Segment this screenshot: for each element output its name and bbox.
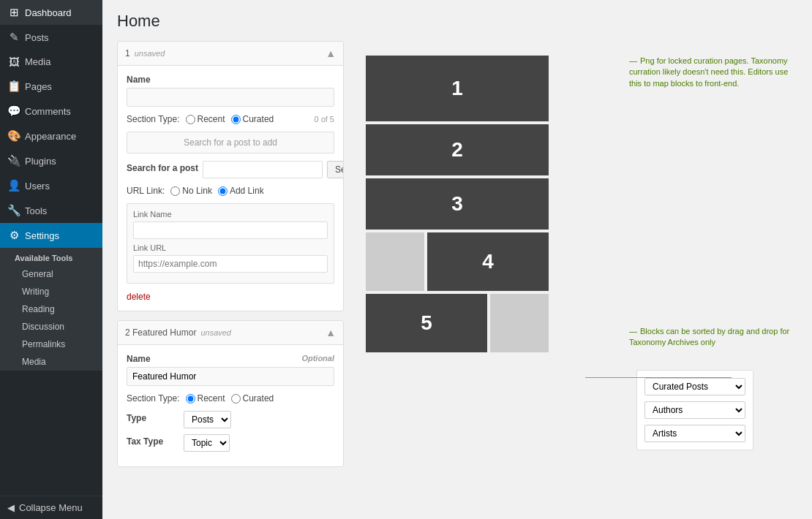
settings-submenu: Available Tools General Writing Reading … xyxy=(0,248,102,371)
sidebar-item-settings[interactable]: ⚙ Settings xyxy=(0,223,102,248)
block-1-name-input[interactable] xyxy=(127,88,334,107)
sidebar-subitem-general[interactable]: General xyxy=(7,265,102,283)
sidebar-subitem-reading[interactable]: Reading xyxy=(7,300,102,318)
authors-select[interactable]: Authors xyxy=(644,401,745,419)
block-1-panel: 1 unsaved ▲ Name Section Type: Recen xyxy=(117,41,344,311)
users-icon: 👤 xyxy=(7,179,20,192)
sidebar-item-pages[interactable]: 📋 Pages xyxy=(0,74,102,99)
media-icon: 🖼 xyxy=(7,56,20,68)
grid-preview: 1 2 3 4 xyxy=(366,56,549,352)
block-2-curated-label[interactable]: Curated xyxy=(231,393,274,404)
block-1-link-name-input[interactable] xyxy=(133,221,328,239)
comments-icon: 💬 xyxy=(7,105,20,118)
sidebar-item-media[interactable]: 🖼 Media xyxy=(0,50,102,74)
block-1-url-link-row: URL Link: No Link Add Link xyxy=(127,186,334,196)
block-2-section-type-label: Section Type: xyxy=(127,393,180,404)
block-1-no-link-label[interactable]: No Link xyxy=(170,186,212,196)
block-1-add-link-radio[interactable] xyxy=(218,186,228,196)
page-title: Home xyxy=(117,12,797,31)
left-panel: 1 unsaved ▲ Name Section Type: Recen xyxy=(117,41,344,467)
sidebar-subitem-media[interactable]: Media xyxy=(7,353,102,371)
block-1-unsaved: unsaved xyxy=(135,49,165,58)
block-2-tax-type-row: Tax Type Topic xyxy=(127,434,334,452)
right-panel: Png for locked curation pages. Taxonomy … xyxy=(358,41,797,480)
block-1-search-label: Search for a post xyxy=(127,163,198,173)
block-2-curated-radio[interactable] xyxy=(231,394,241,404)
block-1-link-url-input[interactable] xyxy=(133,255,328,273)
block-1-search-post-row: Search for a post to add xyxy=(127,132,334,154)
block-1-number: 1 xyxy=(125,48,130,58)
sidebar-item-comments[interactable]: 💬 Comments xyxy=(0,99,102,124)
block-2-type-label: Type xyxy=(127,413,178,423)
block-1-curated-radio[interactable] xyxy=(231,115,241,124)
block-1-body: Name Section Type: Recent Curated xyxy=(118,66,343,311)
block-1-name-row: Name xyxy=(127,75,334,107)
block-1-search-input[interactable] xyxy=(203,161,323,178)
connector-line xyxy=(585,377,732,378)
sidebar-item-plugins[interactable]: 🔌 Plugins xyxy=(0,148,102,173)
collapse-menu-button[interactable]: ◀ Collapse Menu xyxy=(0,496,102,519)
content-area: 1 unsaved ▲ Name Section Type: Recen xyxy=(117,41,797,480)
block-1-url-link-label: URL Link: xyxy=(127,186,165,196)
block-1-name-label: Name xyxy=(127,75,334,85)
block-1-recent-radio[interactable] xyxy=(186,115,195,124)
block-1-link-section: Link Name Link URL xyxy=(127,203,334,284)
artists-select[interactable]: Artists xyxy=(644,425,745,442)
callout-1: Png for locked curation pages. Taxonomy … xyxy=(629,56,790,89)
block-1-link-url-label: Link URL xyxy=(133,243,328,252)
sidebar: ⊞ Dashboard ✎ Posts 🖼 Media 📋 Pages 💬 Co… xyxy=(0,0,102,519)
settings-icon: ⚙ xyxy=(7,229,20,242)
block-2-header-left: 2 Featured Humor unsaved xyxy=(125,327,231,338)
block-2-unsaved: unsaved xyxy=(200,328,231,337)
grid-cell-2: 2 xyxy=(366,124,549,175)
appearance-icon: 🎨 xyxy=(7,129,20,143)
block-2-tax-type-label: Tax Type xyxy=(127,436,178,447)
callout-2: Blocks can be sorted by drag and drop fo… xyxy=(629,326,790,349)
block-1-no-link-radio[interactable] xyxy=(170,186,180,196)
block-2-header: 2 Featured Humor unsaved ▲ xyxy=(118,321,343,345)
sidebar-item-posts[interactable]: ✎ Posts xyxy=(0,25,102,50)
block-1-search-post-placeholder[interactable]: Search for a post to add xyxy=(127,132,334,154)
block-1-curated-label[interactable]: Curated xyxy=(231,114,274,124)
available-tools-label: Available Tools xyxy=(7,248,102,265)
block-1-header: 1 unsaved ▲ xyxy=(118,42,343,66)
block-2-optional-label: Optional xyxy=(301,354,334,363)
block-2-collapse-arrow[interactable]: ▲ xyxy=(326,327,336,338)
block-2-recent-label[interactable]: Recent xyxy=(186,393,225,404)
block-2-name-row: Name Optional xyxy=(127,354,334,386)
sidebar-subitem-discussion[interactable]: Discussion xyxy=(7,318,102,336)
block-2-body: Name Optional Section Type: Recent xyxy=(118,345,343,466)
grid-preview-container: 1 2 3 4 xyxy=(366,56,797,352)
block-2-name-input[interactable] xyxy=(127,367,334,386)
sidebar-item-tools[interactable]: 🔧 Tools xyxy=(0,198,102,223)
collapse-icon: ◀ xyxy=(7,502,15,513)
block-1-section-type-label: Section Type: xyxy=(127,114,180,124)
curated-box: Curated Posts Authors Artists xyxy=(636,370,753,450)
tools-icon: 🔧 xyxy=(7,204,20,217)
sidebar-item-dashboard[interactable]: ⊞ Dashboard xyxy=(0,0,102,25)
block-1-search-button[interactable]: Search xyxy=(327,161,344,178)
block-2-section-type-row: Section Type: Recent Curated xyxy=(127,393,334,404)
posts-icon: ✎ xyxy=(7,31,20,44)
curated-posts-select[interactable]: Curated Posts xyxy=(644,378,745,395)
block-1-section-type-row: Section Type: Recent Curated 0 of 5 xyxy=(127,114,334,124)
sidebar-item-appearance[interactable]: 🎨 Appearance xyxy=(0,124,102,148)
block-1-recent-label[interactable]: Recent xyxy=(186,114,225,124)
grid-cell-5-left: 5 xyxy=(366,294,487,352)
block-2-tax-type-select[interactable]: Topic xyxy=(184,434,230,452)
grid-cell-5-right xyxy=(490,294,549,352)
sidebar-item-users[interactable]: 👤 Users xyxy=(0,173,102,198)
block-2-recent-radio[interactable] xyxy=(186,394,195,404)
sidebar-subitem-writing[interactable]: Writing xyxy=(7,283,102,300)
block-1-header-left: 1 unsaved xyxy=(125,48,165,58)
block-2-type-select[interactable]: Posts xyxy=(184,411,231,428)
block-1-collapse-arrow[interactable]: ▲ xyxy=(326,48,336,59)
block-2-panel: 2 Featured Humor unsaved ▲ Name Optional xyxy=(117,320,344,467)
block-1-search-row: Search for a post Search xyxy=(127,161,334,178)
block-1-add-link-label[interactable]: Add Link xyxy=(218,186,264,196)
block-1-count: 0 of 5 xyxy=(314,115,334,124)
grid-cell-1: 1 xyxy=(366,56,549,121)
block-1-delete-link[interactable]: delete xyxy=(127,292,151,302)
grid-row-5: 5 xyxy=(366,294,549,352)
sidebar-subitem-permalinks[interactable]: Permalinks xyxy=(7,336,102,353)
